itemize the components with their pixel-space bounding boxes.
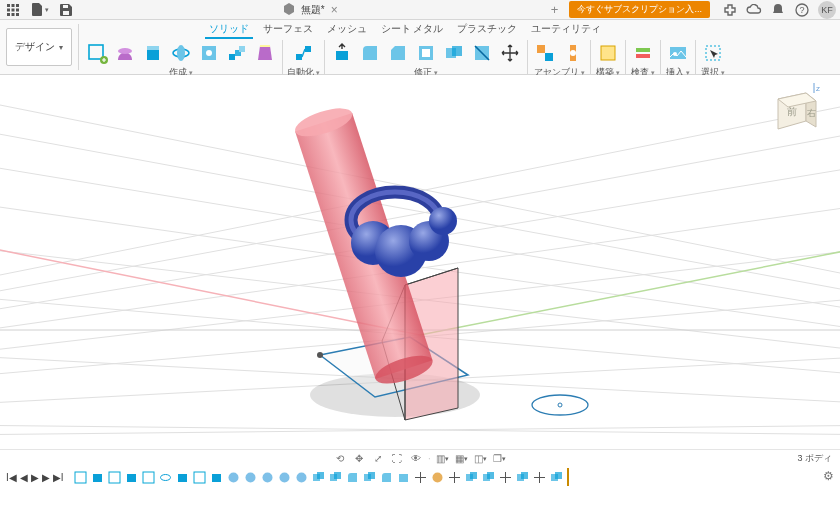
feature-sketch[interactable] (73, 470, 88, 485)
feature-revolve[interactable] (158, 470, 173, 485)
presspull-icon[interactable] (329, 40, 355, 66)
help-icon[interactable]: ? (794, 2, 810, 18)
new-tab-button[interactable]: + (545, 2, 563, 17)
insert-icon[interactable] (665, 40, 691, 66)
shell-icon[interactable] (413, 40, 439, 66)
document-tab[interactable]: 無題* × (81, 3, 539, 17)
grid-menu[interactable]: ▦▾ (455, 452, 469, 466)
assemble-icon[interactable] (532, 40, 558, 66)
feature-extrude[interactable] (396, 470, 411, 485)
feature-combine[interactable] (464, 470, 479, 485)
revolve-icon[interactable] (168, 40, 194, 66)
close-tab-button[interactable]: × (331, 3, 338, 17)
select-icon[interactable] (700, 40, 726, 66)
feature-move[interactable] (498, 470, 513, 485)
tab-plastic[interactable]: プラスチック (453, 21, 521, 39)
feature-extrude[interactable] (90, 470, 105, 485)
move-icon[interactable] (497, 40, 523, 66)
feature-move[interactable] (447, 470, 462, 485)
group-create: ソリッド サーフェス メッシュ シート メタル プラスチック ユーティリティ 作… (81, 20, 729, 74)
feature-combine[interactable] (515, 470, 530, 485)
form-icon[interactable] (112, 40, 138, 66)
feature-fillet[interactable] (345, 470, 360, 485)
feature-extrude[interactable] (175, 470, 190, 485)
notifications-icon[interactable] (770, 2, 786, 18)
look-icon[interactable]: 👁 (409, 452, 423, 466)
joint-icon[interactable] (560, 40, 586, 66)
timeline-scrubber[interactable] (567, 468, 569, 486)
tab-utility[interactable]: ユーティリティ (527, 21, 605, 39)
svg-rect-8 (16, 13, 19, 16)
feature-sketch[interactable] (141, 470, 156, 485)
combine-icon[interactable] (441, 40, 467, 66)
split-icon[interactable] (469, 40, 495, 66)
display-menu[interactable]: ▥▾ (436, 452, 450, 466)
chamfer-icon[interactable] (385, 40, 411, 66)
tab-solid[interactable]: ソリッド (205, 21, 253, 39)
timeline-prev[interactable]: ◀ (20, 472, 28, 483)
feature-sphere[interactable] (294, 470, 309, 485)
timeline-next[interactable]: ▶ (42, 472, 50, 483)
chevron-down-icon: ▾ (59, 43, 63, 52)
svg-line-62 (420, 240, 840, 335)
feature-sphere[interactable] (277, 470, 292, 485)
feature-sketch[interactable] (107, 470, 122, 485)
feature-combine[interactable] (311, 470, 326, 485)
viewport[interactable]: 前 右 z ⟲ ✥ ⤢ ⛶ 👁 · ▥▾ ▦▾ ◫▾ ❐▾ 3 ボディ I◀ ◀… (0, 75, 840, 487)
feature-extrude[interactable] (209, 470, 224, 485)
hole-icon[interactable] (196, 40, 222, 66)
feature-sphere[interactable] (226, 470, 241, 485)
zoom-icon[interactable]: ⤢ (371, 452, 385, 466)
svg-rect-6 (7, 13, 10, 16)
svg-rect-102 (368, 472, 375, 479)
feature-combine[interactable] (328, 470, 343, 485)
loft-icon[interactable] (252, 40, 278, 66)
cloud-icon[interactable] (746, 2, 762, 18)
view-cube[interactable]: 前 右 z (760, 85, 820, 145)
fillet-icon[interactable] (357, 40, 383, 66)
tab-mesh[interactable]: メッシュ (323, 21, 371, 39)
feature-move[interactable] (532, 470, 547, 485)
tab-surface[interactable]: サーフェス (259, 21, 317, 39)
settings-icon[interactable]: ⚙ (823, 469, 834, 483)
extrude-icon[interactable] (140, 40, 166, 66)
sketch-icon[interactable] (84, 40, 110, 66)
save-button[interactable] (57, 2, 75, 18)
tab-sheetmetal[interactable]: シート メタル (377, 21, 448, 39)
apps-menu[interactable] (4, 2, 22, 18)
feature-move[interactable] (413, 470, 428, 485)
user-avatar[interactable]: KF (818, 1, 836, 19)
fit-icon[interactable]: ⛶ (390, 452, 404, 466)
svg-rect-106 (470, 472, 477, 479)
feature-appearance[interactable] (430, 470, 445, 485)
extensions-icon[interactable] (722, 2, 738, 18)
feature-sketch[interactable] (192, 470, 207, 485)
svg-text:前: 前 (787, 106, 797, 117)
feature-combine[interactable] (362, 470, 377, 485)
pan-icon[interactable]: ✥ (352, 452, 366, 466)
workspace-switcher[interactable]: デザイン ▾ (6, 28, 72, 66)
timeline-play[interactable]: ▶ (31, 472, 39, 483)
timeline-end[interactable]: ▶I (53, 472, 64, 483)
viewport-menu[interactable]: ❐▾ (493, 452, 507, 466)
feature-sphere[interactable] (260, 470, 275, 485)
subscription-promo[interactable]: 今すぐサブスクリプション入... (569, 1, 710, 18)
automate-icon[interactable] (291, 40, 317, 66)
file-menu[interactable]: ▾ (28, 2, 51, 18)
footer: ⟲ ✥ ⤢ ⛶ 👁 · ▥▾ ▦▾ ◫▾ ❐▾ 3 ボディ I◀ ◀ ▶ ▶ ▶… (0, 449, 840, 487)
construct-icon[interactable] (595, 40, 621, 66)
feature-combine[interactable] (481, 470, 496, 485)
orbit-icon[interactable]: ⟲ (333, 452, 347, 466)
sweep-icon[interactable] (224, 40, 250, 66)
timeline-start[interactable]: I◀ (6, 472, 17, 483)
snap-menu[interactable]: ◫▾ (474, 452, 488, 466)
svg-rect-112 (555, 472, 562, 479)
feature-combine[interactable] (549, 470, 564, 485)
feature-sphere[interactable] (243, 470, 258, 485)
svg-rect-91 (212, 474, 221, 482)
feature-fillet[interactable] (379, 470, 394, 485)
svg-rect-103 (399, 474, 408, 482)
inspect-icon[interactable] (630, 40, 656, 66)
svg-rect-26 (296, 54, 302, 60)
feature-extrude[interactable] (124, 470, 139, 485)
